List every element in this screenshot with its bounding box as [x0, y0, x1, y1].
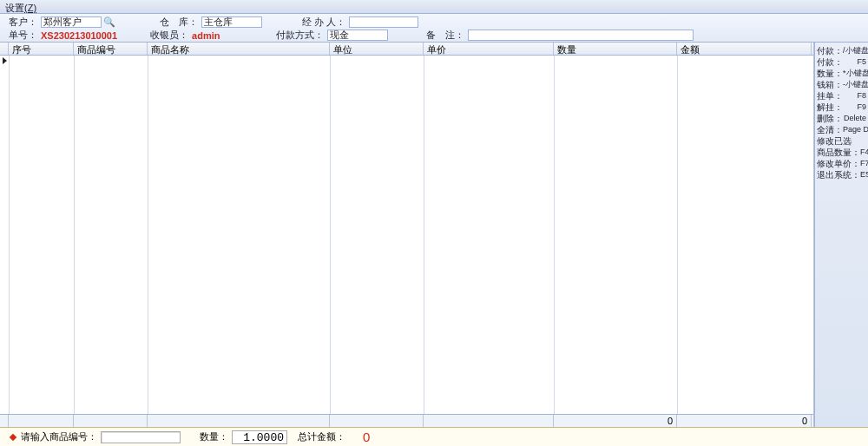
paymode-label: 付款方式： [276, 29, 324, 42]
sc-v: F4 [860, 147, 868, 158]
qty-input[interactable]: 1.0000 [232, 430, 287, 444]
sc-v: F9 [857, 102, 866, 113]
orderno-label: 单号： [9, 29, 37, 42]
sc-k: 解挂： [817, 102, 843, 113]
total-value: 0 [363, 430, 370, 443]
menu-settings-label: 设置 [5, 3, 24, 13]
sc-k: 删除： [817, 113, 843, 124]
sc-k: 钱箱： [817, 79, 843, 90]
cashier-label: 收银员： [150, 29, 188, 42]
grid-body[interactable] [0, 56, 813, 414]
search-icon[interactable]: 🔍 [103, 16, 115, 28]
sc-k: 数量： [817, 68, 843, 79]
col-unit[interactable]: 单位 [330, 43, 424, 55]
qty-label: 数量： [200, 430, 228, 443]
prompt-label: 请输入商品编号： [21, 430, 97, 443]
footer: 请输入商品编号： 数量： 1.0000 总计金额： 0 [0, 427, 868, 446]
col-marker [0, 43, 9, 55]
col-seq[interactable]: 序号 [9, 43, 74, 55]
sc-k: 全清： [817, 124, 843, 135]
product-code-input[interactable] [101, 431, 181, 443]
col-price[interactable]: 单价 [424, 43, 554, 55]
sc-v: F5 [857, 56, 866, 68]
menu-settings[interactable]: 设置(Z) [5, 3, 36, 13]
menubar: 设置(Z) [0, 0, 868, 14]
sc-v: Delete [844, 113, 866, 124]
sc-k: 挂单： [817, 90, 843, 102]
sc-v: Page Down [843, 124, 868, 135]
col-amount[interactable]: 金额 [677, 43, 812, 55]
grid-header: 序号 商品编号 商品名称 单位 单价 数量 金额 [0, 43, 813, 56]
sc-k: 修改单价： [817, 158, 860, 169]
cashier-value: admin [192, 30, 220, 41]
sc-v: F7 [860, 158, 868, 169]
sc-k: 付款： [817, 56, 843, 68]
total-label: 总计金额： [298, 430, 345, 443]
menu-settings-hotkey: (Z) [24, 3, 36, 13]
col-name[interactable]: 商品名称 [148, 43, 330, 55]
orderno-value: XS230213010001 [41, 30, 117, 41]
customer-label: 客户： [9, 16, 37, 29]
sc-v: F8 [857, 90, 866, 102]
paymode-input[interactable]: 现金 [327, 30, 388, 41]
warehouse-label: 仓 库： [160, 16, 198, 29]
topbar: 客户：郑州客户🔍 仓 库：主仓库 经 办 人： 单号：XS23021301000… [0, 14, 868, 43]
sc-k: 商品数量： [817, 147, 860, 158]
row-indicator-icon [3, 57, 7, 64]
total-qty: 0 [554, 415, 677, 427]
customer-input[interactable]: 郑州客户 [41, 16, 102, 28]
warehouse-input[interactable]: 主仓库 [201, 16, 262, 28]
sc-v: *小键盘 [843, 68, 868, 79]
sc-v: -小键盘 [843, 79, 868, 90]
sc-v: /小键盘 [843, 45, 868, 56]
remark-input[interactable] [468, 30, 694, 41]
sc-k: 退出系统： [817, 169, 860, 180]
grid-totals: 0 0 [0, 414, 813, 427]
col-code[interactable]: 商品编号 [74, 43, 148, 55]
col-qty[interactable]: 数量 [554, 43, 677, 55]
handler-input[interactable] [349, 16, 418, 28]
total-amount: 0 [677, 415, 812, 427]
sc-v: ESC [860, 169, 868, 180]
remark-label: 备 注： [426, 29, 464, 42]
grid: 序号 商品编号 商品名称 单位 单价 数量 金额 0 0 [0, 43, 814, 427]
diamond-icon [10, 433, 16, 440]
sc-k: 付款： [817, 45, 843, 56]
shortcut-panel: 付款：/小键盘 付款：F5 数量：*小键盘 钱箱：-小键盘 挂单：F8 解挂：F… [814, 43, 868, 427]
handler-label: 经 办 人： [302, 16, 345, 29]
sc-k: 修改已选 [817, 135, 852, 147]
